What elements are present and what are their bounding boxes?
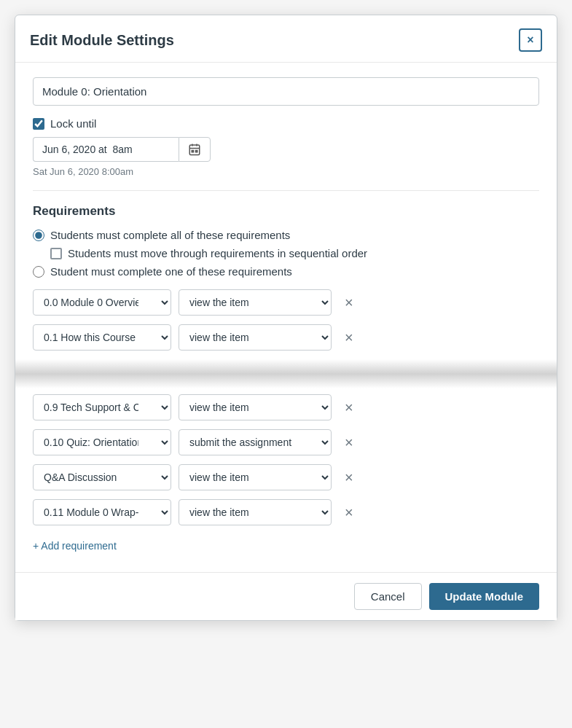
svg-rect-0 [189,145,200,155]
requirement-row: 0.9 Tech Support & Car view the item sub… [33,394,539,420]
add-requirement-button[interactable]: + Add requirement [33,534,117,557]
lock-until-checkbox[interactable] [33,118,44,130]
action-select-5[interactable]: view the item submit the assignment mark… [179,464,332,490]
action-select-1[interactable]: view the item submit the assignment mark… [179,289,332,316]
modal-header: Edit Module Settings × [15,15,557,63]
modal-body: Lock until Sat Jun 6, 2020 8:00am Requir… [15,63,557,572]
module-name-input[interactable] [33,77,539,106]
radio-all-row: Students must complete all of these requ… [33,229,539,241]
modal-footer: Cancel Update Module [15,572,557,620]
item-select-2[interactable]: 0.1 How this Course W [33,324,171,351]
remove-button-6[interactable]: × [339,502,359,522]
requirement-row: 0.10 Quiz: Orientation view the item sub… [33,429,539,455]
lock-date-input[interactable] [33,137,179,162]
action-select-2[interactable]: view the item submit the assignment mark… [179,324,332,351]
remove-button-2[interactable]: × [339,327,359,348]
radio-one-row: Student must complete one of these requi… [33,265,539,278]
remove-button-3[interactable]: × [339,397,359,418]
remove-button-1[interactable]: × [339,292,359,313]
lock-until-row: Lock until [33,117,539,130]
requirements-list: 0.0 Module 0 Overviev view the item subm… [33,289,539,525]
requirement-row: 0.11 Module 0 Wrap-U view the item submi… [33,499,539,525]
calendar-icon [188,143,201,156]
cancel-button[interactable]: Cancel [354,583,422,610]
date-row [33,137,539,162]
requirement-row: Q&A Discussion view the item submit the … [33,464,539,490]
sequential-label: Students must move through requirements … [68,247,367,259]
svg-rect-5 [196,151,197,152]
action-select-3[interactable]: view the item submit the assignment mark… [179,394,332,420]
radio-one-label: Student must complete one of these requi… [50,265,292,278]
item-select-5[interactable]: Q&A Discussion [33,464,171,490]
update-module-button[interactable]: Update Module [429,583,540,610]
lock-until-label: Lock until [50,117,96,130]
remove-button-5[interactable]: × [339,467,359,488]
item-select-6[interactable]: 0.11 Module 0 Wrap-U [33,499,171,525]
close-button[interactable]: × [519,28,542,52]
radio-all-label: Students must complete all of these requ… [50,229,290,241]
date-hint: Sat Jun 6, 2020 8:00am [33,166,539,177]
calendar-button[interactable] [179,137,211,162]
action-select-6[interactable]: view the item submit the assignment mark… [179,499,332,525]
requirement-row: 0.0 Module 0 Overviev view the item subm… [33,289,539,316]
action-select-4[interactable]: view the item submit the assignment mark… [179,429,332,455]
modal-title: Edit Module Settings [30,32,174,49]
requirements-title: Requirements [33,204,539,219]
sequential-checkbox-icon [50,248,62,259]
radio-one-input[interactable] [33,266,44,278]
radio-all-input[interactable] [33,230,44,241]
remove-button-4[interactable]: × [339,432,359,453]
scroll-overlay [15,359,557,388]
item-select-4[interactable]: 0.10 Quiz: Orientation [33,429,171,455]
svg-rect-4 [192,151,193,152]
item-select-1[interactable]: 0.0 Module 0 Overviev [33,289,171,316]
checkbox-sequential-row: Students must move through requirements … [50,247,539,259]
edit-module-modal: Edit Module Settings × Lock until [15,15,557,621]
divider [33,190,539,191]
requirement-row: 0.1 How this Course W view the item subm… [33,324,539,351]
item-select-3[interactable]: 0.9 Tech Support & Car [33,394,171,420]
